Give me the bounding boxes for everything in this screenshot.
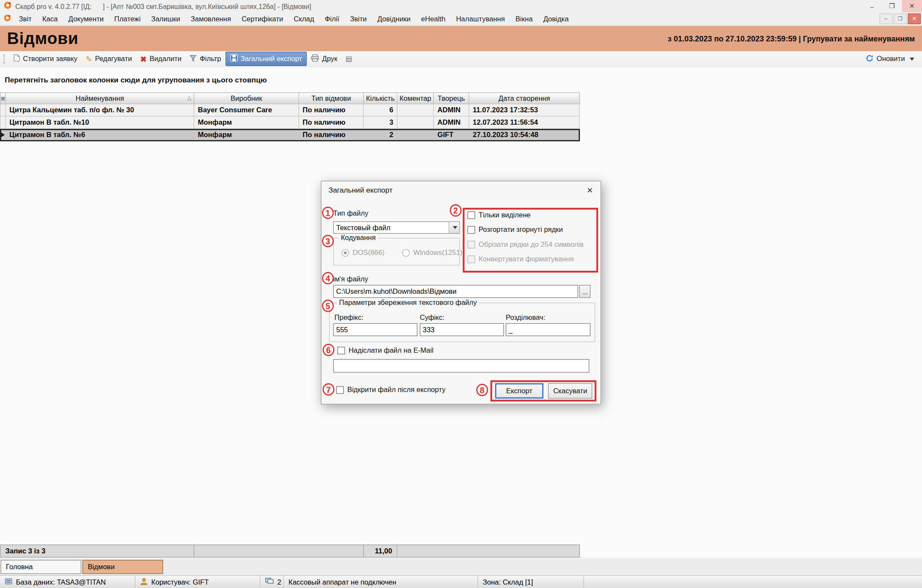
menu-item-sertyfikaty[interactable]: Сертифікати xyxy=(236,12,288,25)
page-header: Відмови з 01.03.2023 по 27.10.2023 23:59… xyxy=(0,26,922,51)
suffix-label: Суфікс: xyxy=(420,313,445,321)
export-button[interactable]: Експорт xyxy=(495,383,543,398)
menu-item-platezhi[interactable]: Платежі xyxy=(109,12,146,25)
column-header-quantity[interactable]: Кількість xyxy=(364,92,398,104)
refresh-label: Оновити xyxy=(877,55,905,63)
column-header-refusal-type[interactable]: Тип відмови xyxy=(299,92,364,104)
cell-refusal-type: По наличию xyxy=(299,104,364,117)
tab-holovna[interactable]: Головна xyxy=(0,560,81,574)
menu-item-dokumenty[interactable]: Документи xyxy=(63,12,109,25)
checkbox-open-after-export[interactable]: Відкрити файл після експорту xyxy=(336,386,445,394)
annotation-number-6: 6 xyxy=(322,344,334,356)
column-header-manufacturer[interactable]: Виробник xyxy=(194,92,299,104)
suffix-input[interactable] xyxy=(420,323,504,336)
menu-item-ehealth[interactable]: eHealth xyxy=(416,12,451,25)
email-input[interactable] xyxy=(333,359,589,373)
annotation-number-1: 1 xyxy=(322,207,334,219)
encoding-groupbox: Кодування DOS(866) Windows(1251) xyxy=(333,238,460,266)
menu-item-zamovlennia[interactable]: Замовлення xyxy=(185,12,236,25)
checkbox-send-email[interactable]: Надіслати файл на E-Mail xyxy=(337,346,433,354)
menu-item-zalyshky[interactable]: Залишки xyxy=(146,12,186,25)
table-row-selected[interactable]: Цитрамон В табл. №6 Монфарм По наличию 2… xyxy=(0,129,580,141)
menu-item-filii[interactable]: Філії xyxy=(319,12,345,25)
checkbox-expand-collapsed-rows[interactable]: Розгортати згорнуті рядки xyxy=(468,225,563,234)
menu-item-dovidka[interactable]: Довідка xyxy=(538,12,574,25)
checkbox-icon xyxy=(337,346,345,354)
annotation-number-3: 3 xyxy=(322,235,334,247)
columns-button[interactable]: ▤ xyxy=(342,53,357,64)
cell-comment xyxy=(398,117,434,129)
file-name-input[interactable] xyxy=(333,285,578,298)
column-header-comment[interactable]: Коментар xyxy=(398,92,434,104)
print-button[interactable]: Друк xyxy=(307,53,341,65)
new-document-icon xyxy=(14,54,20,64)
table-header-row: ▦ Найменування △ Виробник Тип відмови Кі… xyxy=(0,92,580,104)
tab-vidmovy[interactable]: Відмови xyxy=(82,560,163,574)
annotation-number-8: 8 xyxy=(476,384,488,396)
edit-button[interactable]: ✎ Редагувати xyxy=(82,53,136,65)
mdi-close-button[interactable]: ✕ xyxy=(908,14,921,24)
filter-button[interactable]: Фільтр xyxy=(186,53,225,65)
cell-creator: GIFT xyxy=(434,129,469,141)
column-header-creator[interactable]: Творець xyxy=(434,92,469,104)
radio-dos866[interactable]: DOS(866) xyxy=(342,249,385,257)
file-name-label: ім'я файлу xyxy=(333,275,368,283)
prefix-input[interactable] xyxy=(333,323,417,336)
combo-dropdown-button[interactable] xyxy=(448,222,459,233)
app-logo-icon xyxy=(3,1,12,11)
status-bar-filler xyxy=(584,576,922,588)
database-status: База даних: TASA3@TITAN xyxy=(0,576,135,588)
cell-creator: ADMIN xyxy=(434,104,469,117)
cell-comment xyxy=(398,129,434,141)
mdi-minimize-button[interactable]: – xyxy=(880,14,893,24)
maximize-button[interactable]: ❐ xyxy=(882,0,902,12)
cell-quantity: 2 xyxy=(364,129,398,141)
table-row[interactable]: Цитрамон В табл. №10 Монфарм По наличию … xyxy=(0,117,580,129)
application-window: Скарб pro v. 4.0.2.77 [ІД: ] - [Апт №003… xyxy=(0,0,922,588)
minimize-button[interactable]: – xyxy=(862,0,882,12)
quantity-total-label: 11,00 xyxy=(364,544,398,557)
workstation-count-label: 2 xyxy=(277,578,281,586)
column-header-created-date[interactable]: Дата створення xyxy=(469,92,580,104)
funnel-icon xyxy=(190,55,197,64)
floppy-export-icon xyxy=(230,54,237,64)
cell-creator: ADMIN xyxy=(434,117,469,129)
column-header-name[interactable]: Найменування △ xyxy=(6,92,194,104)
mdi-restore-button[interactable]: ❐ xyxy=(894,14,907,24)
record-count-label: Запис 3 із 3 xyxy=(0,544,194,557)
radio-windows1251[interactable]: Windows(1251) xyxy=(402,249,462,257)
divider-input[interactable] xyxy=(506,323,591,336)
pencil-icon: ✎ xyxy=(85,55,92,63)
menu-item-sklad[interactable]: Склад xyxy=(288,12,319,25)
refresh-button[interactable]: Оновити xyxy=(861,52,919,66)
menu-item-nalashtuvannia[interactable]: Налаштування xyxy=(451,12,510,25)
table-row[interactable]: Цитра Кальцемин таб. п/о фл. № 30 Bayer … xyxy=(0,104,580,117)
menu-item-vikna[interactable]: Вікна xyxy=(510,12,538,25)
menu-item-kasa[interactable]: Каса xyxy=(37,12,63,25)
menu-item-zvit[interactable]: Звіт xyxy=(14,12,37,25)
close-button[interactable]: ✕ xyxy=(902,0,922,12)
checkbox-icon xyxy=(336,386,344,394)
cell-refusal-type: По наличию xyxy=(299,117,364,129)
cash-register-label: Кассовый аппарат не подключен xyxy=(289,578,396,586)
summary-empty-cell xyxy=(194,544,364,557)
row-indicator-cell xyxy=(0,117,6,129)
radio-dos866-label: DOS(866) xyxy=(353,249,384,257)
menu-bar: Звіт Каса Документи Платежі Залишки Замо… xyxy=(0,12,922,26)
dialog-close-icon[interactable]: ✕ xyxy=(580,182,600,199)
refresh-dropdown-icon[interactable] xyxy=(910,57,914,60)
general-export-button[interactable]: Загальний експорт xyxy=(225,52,307,66)
workstation-count: 2 xyxy=(260,576,284,588)
checkbox-selected-only[interactable]: Тільки виділене xyxy=(468,211,531,219)
menu-item-dovidnyky[interactable]: Довідники xyxy=(372,12,416,25)
file-type-select[interactable]: Текстовый файл xyxy=(333,221,460,234)
browse-button[interactable]: ... xyxy=(580,285,591,298)
text-save-params-legend: Параметри збереження текстового файлу xyxy=(337,298,479,307)
create-request-button[interactable]: Створити заявку xyxy=(9,53,82,65)
checkbox-open-after-export-label: Відкрити файл після експорту xyxy=(347,386,445,394)
annotation-number-4: 4 xyxy=(322,272,334,284)
menu-item-zvity[interactable]: Звіти xyxy=(345,12,372,25)
cancel-button[interactable]: Скасувати xyxy=(548,383,592,398)
group-by-drop-zone[interactable]: Перетягніть заголовок колонки сюди для у… xyxy=(0,67,922,92)
delete-button[interactable]: ✖ Видалити xyxy=(136,53,186,65)
